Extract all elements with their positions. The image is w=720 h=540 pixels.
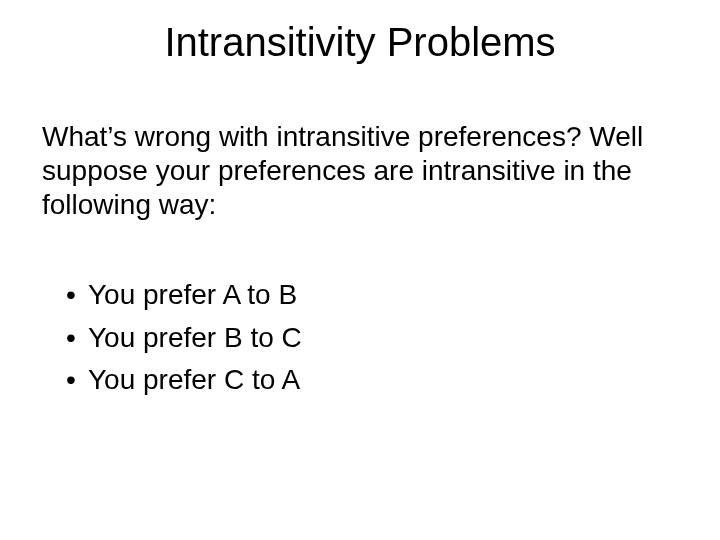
body-paragraph: What’s wrong with intransitive preferenc… <box>42 120 676 222</box>
list-item: You prefer C to A <box>66 363 676 397</box>
list-item: You prefer A to B <box>66 278 676 312</box>
bullet-list: You prefer A to B You prefer B to C You … <box>42 278 676 396</box>
slide-title: Intransitivity Problems <box>0 20 720 65</box>
slide-body: What’s wrong with intransitive preferenc… <box>42 120 676 405</box>
slide: Intransitivity Problems What’s wrong wit… <box>0 0 720 540</box>
list-item: You prefer B to C <box>66 321 676 355</box>
